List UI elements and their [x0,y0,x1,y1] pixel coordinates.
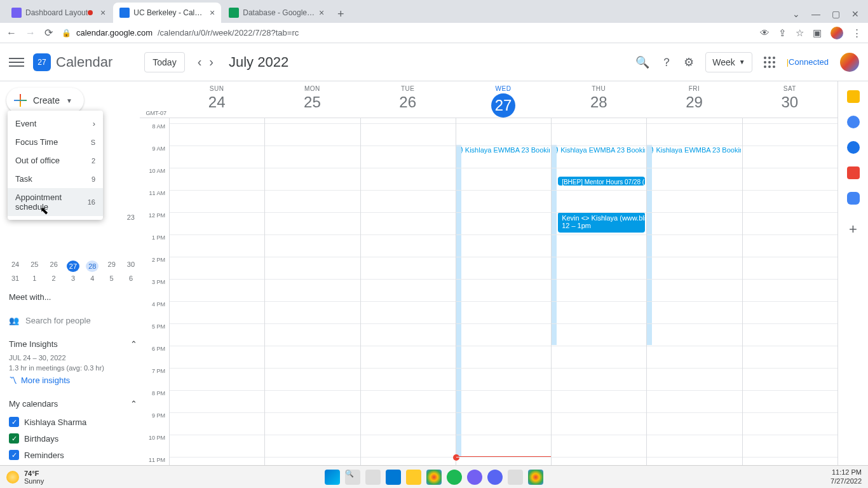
explorer-icon[interactable] [406,470,421,485]
new-tab-button[interactable]: + [332,5,349,23]
forward-button[interactable]: → [25,27,36,39]
insights-stat: 1.3 hr in meetings (avg: 0.3 hr) [6,364,140,372]
tab-calendar[interactable]: UC Berkeley - Calendar - Week … × [113,3,221,23]
chevron-up-icon: ⌃ [130,399,137,409]
today-button[interactable]: Today [144,52,184,72]
tab-close-icon[interactable]: × [319,8,324,18]
menu-item-out-of-office[interactable]: Out of office2 [8,151,103,170]
account-avatar-icon[interactable] [840,53,859,72]
profile-avatar-icon[interactable] [831,27,843,39]
search-icon[interactable]: 🔍 [635,55,649,69]
tab-dashboard[interactable]: Dashboard Layout × [5,3,112,23]
start-icon[interactable] [325,470,340,485]
browser-tab-strip: Dashboard Layout × UC Berkeley - Calenda… [0,0,868,23]
connected-badge: |Connected [787,57,829,67]
keep-icon[interactable] [847,90,860,103]
app-icon[interactable] [508,470,523,485]
tab-sheets[interactable]: Database - Google Sheets × [222,3,330,23]
calendar-toggle[interactable]: Birthdays [6,430,140,447]
tab-close-icon[interactable]: × [210,8,215,18]
maximize-icon[interactable]: ▢ [832,9,840,19]
chevron-down-icon: ▼ [66,97,72,104]
booking-page-event[interactable]: ▤ Kishlaya EWMBA 23 Booking Pag [553,145,645,155]
chat-icon[interactable] [386,470,401,485]
menu-item-event[interactable]: Event› [8,114,103,133]
create-button[interactable]: Create ▼ [6,88,84,113]
close-window-icon[interactable]: ✕ [851,9,859,19]
google-apps-icon[interactable] [764,57,775,68]
day-header-thu[interactable]: THU28 [551,81,646,118]
calendar-toggle[interactable]: Kishlaya Sharma [6,414,140,430]
sheets-icon [229,8,239,18]
day-col-thu[interactable]: ▤ Kishlaya EWMBA 23 Booking Pag [BHEP] M… [551,118,646,483]
next-week-button[interactable]: › [205,55,217,69]
reload-button[interactable]: ⟳ [44,27,53,39]
contacts-icon[interactable] [847,141,860,154]
url-field[interactable]: 🔒 calendar.google.com/calendar/u/0/r/wee… [62,28,751,37]
day-col-tue[interactable] [360,118,456,483]
minimize-icon[interactable]: — [811,9,820,19]
day-header-tue[interactable]: TUE26 [360,81,456,118]
chrome-icon[interactable] [426,470,442,485]
person-add-icon: 👥 [9,316,19,325]
tasks-icon[interactable] [847,116,860,128]
booking-page-event[interactable]: ▤ Kishlaya EWMBA 23 Booking Pag [648,145,740,155]
menu-item-focus-time[interactable]: Focus TimeS [8,133,103,151]
weather-condition: Sunny [24,477,44,485]
search-people-input[interactable]: 👥 Search for people [6,312,140,329]
hamburger-menu-icon[interactable] [9,55,24,70]
mini-calendar-row[interactable]: 3112 34 56 [6,274,140,282]
tab-title: UC Berkeley - Calendar - Week … [133,8,206,17]
booking-page-event[interactable]: ▤ Kishlaya EWMBA 23 Booking Pag [458,145,550,155]
time-insights-header[interactable]: Time Insights ⌃ [6,334,140,354]
settings-gear-icon[interactable]: ⚙ [684,55,694,69]
day-col-wed[interactable]: ▤ Kishlaya EWMBA 23 Booking Pag [456,118,551,483]
taskview-icon[interactable] [365,470,381,485]
viber-taskbar-icon[interactable] [467,470,482,485]
search-taskbar-icon[interactable]: 🔍 [345,470,360,485]
tab-close-icon[interactable]: × [100,8,105,18]
event-kevin[interactable]: Kevin <> Kishlaya (www.bling.clo 12 – 1p… [558,212,645,233]
day-col-fri[interactable]: ▤ Kishlaya EWMBA 23 Booking Pag [646,118,742,483]
calendar-toggle[interactable]: Reminders [6,447,140,463]
menu-item-appointment-schedule[interactable]: Appointment schedule16 [8,188,103,216]
chrome-canary-icon[interactable] [528,470,543,485]
maps-icon[interactable] [847,166,860,179]
add-addons-icon[interactable]: + [849,221,857,238]
day-header-fri[interactable]: FRI29 [646,81,742,118]
mini-calendar-row[interactable]: 242526 2728 2930 [6,261,140,272]
star-icon[interactable]: ☆ [796,27,804,39]
spotify-icon[interactable] [447,470,462,485]
panel-icon[interactable]: ▣ [813,27,822,39]
share-icon[interactable]: ⇪ [778,27,787,39]
day-col-sun[interactable] [169,118,264,483]
event-bhep[interactable]: [BHEP] Mentor Hours 07/28 (10:30 [558,177,645,186]
day-header-wed[interactable]: WED27 [456,81,551,118]
month-label: July 2022 [229,54,288,71]
chevron-down-icon: ▼ [739,58,745,65]
day-header-mon[interactable]: MON25 [264,81,360,118]
day-header-sun[interactable]: SUN24 [169,81,264,118]
weather-widget[interactable]: 74°F Sunny [0,470,44,485]
zoom-icon[interactable] [847,192,860,205]
day-col-mon[interactable] [264,118,360,483]
help-icon[interactable]: ？ [661,55,672,70]
kebab-menu-icon[interactable]: ⋮ [852,27,862,39]
system-tray[interactable]: 11:12 PM 7/27/2022 [831,468,868,485]
back-button[interactable]: ← [6,27,17,39]
day-col-sat[interactable] [742,118,837,483]
discord-icon[interactable] [487,470,503,485]
day-header-sat[interactable]: SAT30 [742,81,837,118]
calendar-logo-icon [33,53,51,71]
eye-icon[interactable]: 👁 [760,27,770,38]
prev-week-button[interactable]: ‹ [194,55,206,69]
meet-with-label[interactable]: Meet with... [6,287,140,307]
view-selector[interactable]: Week ▼ [705,52,752,72]
menu-item-task[interactable]: Task9 [8,170,103,188]
time-gutter: 8 AM 9 AM 10 AM 11 AM 12 PM 1 PM 2 PM 3 … [140,118,169,483]
create-menu: Event› Focus TimeS Out of office2 Task9 … [8,111,103,220]
chevron-down-icon[interactable]: ⌄ [792,9,800,19]
more-insights-link[interactable]: 〽 More insights [6,372,140,389]
calendar-grid: GMT-07 SUN24 MON25 TUE26 WED27 THU28 FRI… [140,81,837,483]
my-calendars-header[interactable]: My calendars ⌃ [6,394,140,414]
